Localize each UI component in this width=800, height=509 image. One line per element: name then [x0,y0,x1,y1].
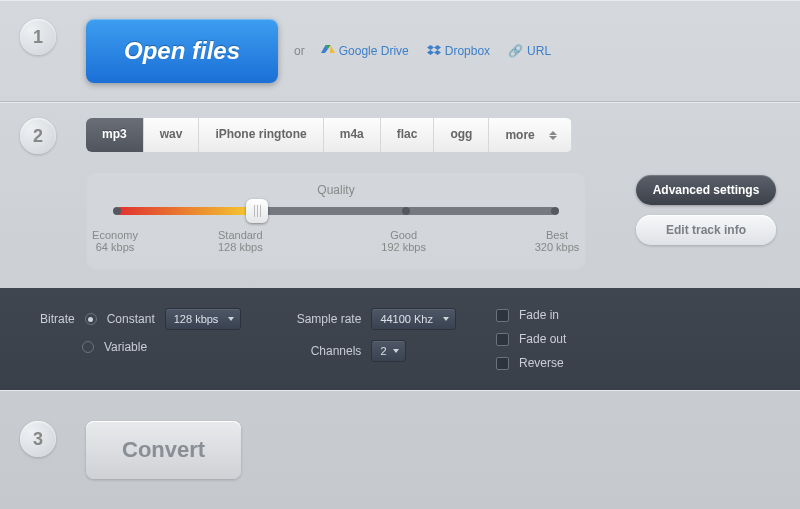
reverse-label: Reverse [519,356,564,370]
step-number-3: 3 [20,421,56,457]
channels-select[interactable]: 2 [371,340,405,362]
checkbox-reverse[interactable] [496,357,509,370]
constant-label: Constant [107,312,155,326]
channels-label: Channels [281,344,361,358]
tab-flac[interactable]: flac [381,118,435,152]
bitrate-select[interactable]: 128 kbps [165,308,242,330]
quality-rate-3: 320 kbps [535,241,580,253]
link-icon: 🔗 [508,44,523,58]
url-label: URL [527,44,551,58]
slider-labels: Economy64 kbps Standard128 kbps Good192 … [115,229,557,253]
or-text: or [294,44,305,58]
google-drive-link[interactable]: Google Drive [321,44,409,58]
tab-more-label: more [505,128,534,142]
tab-mp3[interactable]: mp3 [86,118,144,152]
quality-rate-0: 64 kbps [96,241,135,253]
tab-wav[interactable]: wav [144,118,200,152]
sample-rate-select[interactable]: 44100 Khz [371,308,456,330]
radio-variable[interactable] [82,341,94,353]
google-drive-icon [321,45,335,57]
url-link[interactable]: 🔗 URL [508,44,551,58]
step-2-section: 2 mp3 wav iPhone ringtone m4a flac ogg m… [0,102,800,390]
sample-rate-label: Sample rate [281,312,361,326]
slider-stop-economy [113,207,121,215]
side-buttons: Advanced settings Edit track info [636,175,776,245]
slider-thumb[interactable] [246,199,268,223]
slider-stop-good [402,207,410,215]
advanced-panel: Bitrate Constant 128 kbps Variable Sampl… [0,288,800,390]
quality-title: Quality [115,183,557,197]
slider-stop-best [551,207,559,215]
checkbox-fade-out[interactable] [496,333,509,346]
tab-m4a[interactable]: m4a [324,118,381,152]
quality-panel: Quality Economy64 kbps Standard128 kbps … [86,172,586,270]
convert-button[interactable]: Convert [86,421,241,479]
fade-in-label: Fade in [519,308,559,322]
checkbox-fade-in[interactable] [496,309,509,322]
dropbox-label: Dropbox [445,44,490,58]
step-3-section: 3 Convert [0,390,800,509]
quality-rate-1: 128 kbps [218,241,263,253]
google-drive-label: Google Drive [339,44,409,58]
step-number-1: 1 [20,19,56,55]
dropbox-icon [427,45,441,57]
quality-name-1: Standard [218,229,263,241]
step-number-2: 2 [20,118,56,154]
quality-name-3: Best [546,229,568,241]
fade-out-label: Fade out [519,332,566,346]
format-tabs: mp3 wav iPhone ringtone m4a flac ogg mor… [86,118,572,152]
step-1-section: 1 Open files or Google Drive Dropbox 🔗 U… [0,0,800,102]
cloud-links: Google Drive Dropbox 🔗 URL [321,44,551,58]
dropbox-link[interactable]: Dropbox [427,44,490,58]
slider-fill [117,207,257,215]
tab-more[interactable]: more [489,118,571,152]
tab-iphone-ringtone[interactable]: iPhone ringtone [199,118,323,152]
tab-ogg[interactable]: ogg [434,118,489,152]
open-files-button[interactable]: Open files [86,19,278,83]
bitrate-label: Bitrate [40,312,75,326]
quality-rate-2: 192 kbps [381,241,426,253]
advanced-settings-button[interactable]: Advanced settings [636,175,776,205]
quality-name-0: Economy [92,229,138,241]
svg-marker-1 [330,45,335,53]
edit-track-info-button[interactable]: Edit track info [636,215,776,245]
quality-slider[interactable] [117,207,555,215]
quality-name-2: Good [390,229,417,241]
variable-label: Variable [104,340,147,354]
radio-constant[interactable] [85,313,97,325]
chevron-updown-icon [549,127,561,143]
